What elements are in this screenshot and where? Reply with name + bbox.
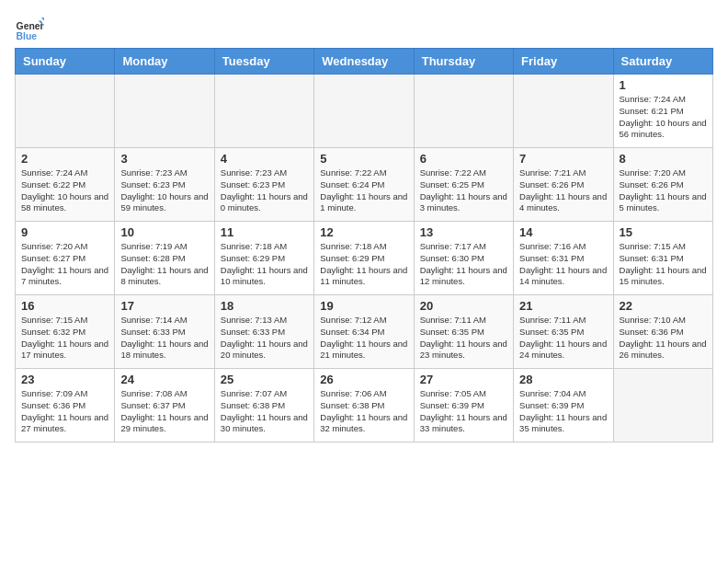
calendar-day-cell: 4Sunrise: 7:23 AM Sunset: 6:23 PM Daylig… <box>214 148 313 222</box>
day-info: Sunrise: 7:20 AM Sunset: 6:27 PM Dayligh… <box>21 241 108 288</box>
day-info: Sunrise: 7:10 AM Sunset: 6:36 PM Dayligh… <box>620 315 707 362</box>
calendar-day-cell: 11Sunrise: 7:18 AM Sunset: 6:29 PM Dayli… <box>214 222 313 295</box>
calendar-day-cell: 22Sunrise: 7:10 AM Sunset: 6:36 PM Dayli… <box>613 295 712 369</box>
logo-area: General Blue <box>15 15 48 44</box>
day-info: Sunrise: 7:21 AM Sunset: 6:26 PM Dayligh… <box>519 167 607 214</box>
day-info: Sunrise: 7:16 AM Sunset: 6:31 PM Dayligh… <box>519 241 607 288</box>
calendar-week-row: 2Sunrise: 7:24 AM Sunset: 6:22 PM Daylig… <box>16 148 713 222</box>
calendar-day-cell: 3Sunrise: 7:23 AM Sunset: 6:23 PM Daylig… <box>115 148 214 222</box>
day-info: Sunrise: 7:14 AM Sunset: 6:33 PM Dayligh… <box>120 315 208 362</box>
calendar-day-cell: 13Sunrise: 7:17 AM Sunset: 6:30 PM Dayli… <box>414 222 513 295</box>
day-number: 20 <box>420 299 507 313</box>
calendar-day-cell: 21Sunrise: 7:11 AM Sunset: 6:35 PM Dayli… <box>514 295 613 369</box>
svg-text:Blue: Blue <box>17 31 38 41</box>
day-number: 12 <box>320 225 407 239</box>
day-number: 13 <box>420 225 507 239</box>
day-info: Sunrise: 7:19 AM Sunset: 6:28 PM Dayligh… <box>120 241 208 288</box>
calendar-day-cell: 8Sunrise: 7:20 AM Sunset: 6:26 PM Daylig… <box>613 148 712 222</box>
day-number: 1 <box>620 78 707 92</box>
calendar-week-row: 16Sunrise: 7:15 AM Sunset: 6:32 PM Dayli… <box>16 295 713 369</box>
day-info: Sunrise: 7:12 AM Sunset: 6:34 PM Dayligh… <box>320 315 407 362</box>
day-number: 4 <box>221 152 308 166</box>
calendar-day-cell: 14Sunrise: 7:16 AM Sunset: 6:31 PM Dayli… <box>514 222 613 295</box>
day-info: Sunrise: 7:20 AM Sunset: 6:26 PM Dayligh… <box>620 167 707 214</box>
calendar-day-cell <box>514 75 613 148</box>
day-number: 22 <box>620 299 707 313</box>
calendar-week-row: 23Sunrise: 7:09 AM Sunset: 6:36 PM Dayli… <box>16 369 713 442</box>
day-info: Sunrise: 7:17 AM Sunset: 6:30 PM Dayligh… <box>420 241 507 288</box>
weekday-header-cell: Sunday <box>16 49 115 75</box>
calendar-table: SundayMondayTuesdayWednesdayThursdayFrid… <box>15 48 713 442</box>
day-number: 27 <box>420 373 507 386</box>
calendar-day-cell <box>414 75 513 148</box>
day-info: Sunrise: 7:11 AM Sunset: 6:35 PM Dayligh… <box>519 315 607 362</box>
calendar-day-cell: 1Sunrise: 7:24 AM Sunset: 6:21 PM Daylig… <box>613 75 712 148</box>
day-number: 11 <box>221 225 308 239</box>
calendar-day-cell: 25Sunrise: 7:07 AM Sunset: 6:38 PM Dayli… <box>214 369 313 442</box>
day-info: Sunrise: 7:24 AM Sunset: 6:22 PM Dayligh… <box>21 167 108 214</box>
day-number: 15 <box>620 225 707 239</box>
calendar-day-cell <box>16 75 115 148</box>
page-header: General Blue <box>15 15 713 44</box>
day-number: 17 <box>120 299 208 313</box>
day-number: 3 <box>120 152 208 166</box>
calendar-body: 1Sunrise: 7:24 AM Sunset: 6:21 PM Daylig… <box>16 75 713 442</box>
day-number: 21 <box>519 299 607 313</box>
calendar-day-cell <box>314 75 414 148</box>
weekday-header-cell: Monday <box>115 49 214 75</box>
day-number: 18 <box>221 299 308 313</box>
day-info: Sunrise: 7:13 AM Sunset: 6:33 PM Dayligh… <box>221 315 308 362</box>
calendar-day-cell <box>214 75 313 148</box>
calendar-day-cell: 20Sunrise: 7:11 AM Sunset: 6:35 PM Dayli… <box>414 295 513 369</box>
calendar-day-cell: 24Sunrise: 7:08 AM Sunset: 6:37 PM Dayli… <box>115 369 214 442</box>
day-info: Sunrise: 7:15 AM Sunset: 6:32 PM Dayligh… <box>21 315 108 362</box>
day-info: Sunrise: 7:05 AM Sunset: 6:39 PM Dayligh… <box>420 388 507 435</box>
calendar-day-cell: 26Sunrise: 7:06 AM Sunset: 6:38 PM Dayli… <box>314 369 414 442</box>
day-number: 2 <box>21 152 108 166</box>
calendar-day-cell: 15Sunrise: 7:15 AM Sunset: 6:31 PM Dayli… <box>613 222 712 295</box>
logo-icon: General Blue <box>15 15 44 44</box>
day-info: Sunrise: 7:08 AM Sunset: 6:37 PM Dayligh… <box>120 388 208 435</box>
day-number: 26 <box>320 373 407 386</box>
calendar-week-row: 9Sunrise: 7:20 AM Sunset: 6:27 PM Daylig… <box>16 222 713 295</box>
day-info: Sunrise: 7:15 AM Sunset: 6:31 PM Dayligh… <box>620 241 707 288</box>
day-number: 25 <box>221 373 308 386</box>
weekday-header-cell: Friday <box>514 49 613 75</box>
calendar-day-cell: 19Sunrise: 7:12 AM Sunset: 6:34 PM Dayli… <box>314 295 414 369</box>
weekday-header-cell: Wednesday <box>314 49 414 75</box>
day-number: 14 <box>519 225 607 239</box>
day-info: Sunrise: 7:07 AM Sunset: 6:38 PM Dayligh… <box>221 388 308 435</box>
calendar-day-cell: 17Sunrise: 7:14 AM Sunset: 6:33 PM Dayli… <box>115 295 214 369</box>
calendar-day-cell: 23Sunrise: 7:09 AM Sunset: 6:36 PM Dayli… <box>16 369 115 442</box>
day-info: Sunrise: 7:22 AM Sunset: 6:25 PM Dayligh… <box>420 167 507 214</box>
day-info: Sunrise: 7:22 AM Sunset: 6:24 PM Dayligh… <box>320 167 407 214</box>
day-info: Sunrise: 7:06 AM Sunset: 6:38 PM Dayligh… <box>320 388 407 435</box>
day-info: Sunrise: 7:24 AM Sunset: 6:21 PM Dayligh… <box>620 94 707 141</box>
calendar-day-cell: 10Sunrise: 7:19 AM Sunset: 6:28 PM Dayli… <box>115 222 214 295</box>
day-number: 16 <box>21 299 108 313</box>
day-number: 19 <box>320 299 407 313</box>
day-number: 28 <box>519 373 607 386</box>
calendar-day-cell: 12Sunrise: 7:18 AM Sunset: 6:29 PM Dayli… <box>314 222 414 295</box>
day-info: Sunrise: 7:09 AM Sunset: 6:36 PM Dayligh… <box>21 388 108 435</box>
day-number: 23 <box>21 373 108 386</box>
calendar-day-cell: 16Sunrise: 7:15 AM Sunset: 6:32 PM Dayli… <box>16 295 115 369</box>
svg-text:General: General <box>17 21 44 31</box>
day-number: 6 <box>420 152 507 166</box>
day-number: 10 <box>120 225 208 239</box>
day-info: Sunrise: 7:11 AM Sunset: 6:35 PM Dayligh… <box>420 315 507 362</box>
day-info: Sunrise: 7:04 AM Sunset: 6:39 PM Dayligh… <box>519 388 607 435</box>
calendar-day-cell: 27Sunrise: 7:05 AM Sunset: 6:39 PM Dayli… <box>414 369 513 442</box>
day-info: Sunrise: 7:18 AM Sunset: 6:29 PM Dayligh… <box>320 241 407 288</box>
day-number: 9 <box>21 225 108 239</box>
calendar-day-cell: 2Sunrise: 7:24 AM Sunset: 6:22 PM Daylig… <box>16 148 115 222</box>
day-info: Sunrise: 7:18 AM Sunset: 6:29 PM Dayligh… <box>221 241 308 288</box>
day-info: Sunrise: 7:23 AM Sunset: 6:23 PM Dayligh… <box>221 167 308 214</box>
day-number: 7 <box>519 152 607 166</box>
day-number: 24 <box>120 373 208 386</box>
calendar-day-cell: 6Sunrise: 7:22 AM Sunset: 6:25 PM Daylig… <box>414 148 513 222</box>
calendar-day-cell: 18Sunrise: 7:13 AM Sunset: 6:33 PM Dayli… <box>214 295 313 369</box>
day-info: Sunrise: 7:23 AM Sunset: 6:23 PM Dayligh… <box>120 167 208 214</box>
calendar-day-cell: 7Sunrise: 7:21 AM Sunset: 6:26 PM Daylig… <box>514 148 613 222</box>
weekday-header-row: SundayMondayTuesdayWednesdayThursdayFrid… <box>16 49 713 75</box>
